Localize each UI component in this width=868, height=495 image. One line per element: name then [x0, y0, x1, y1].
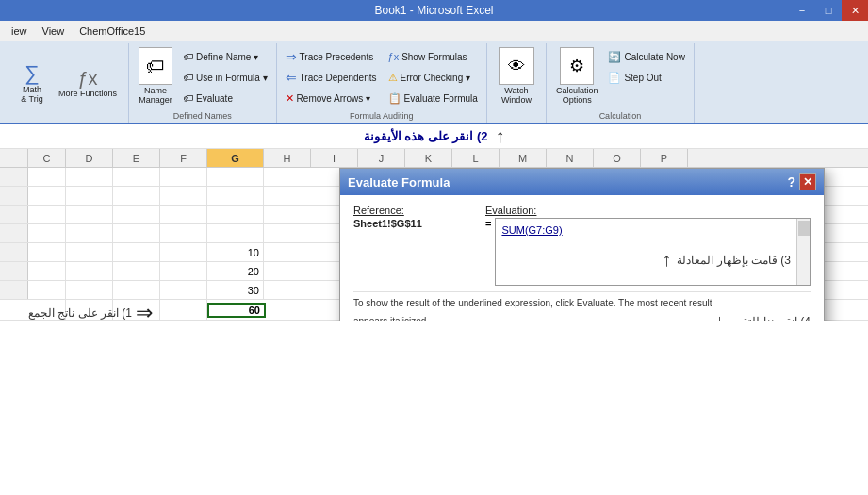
evaluation-label: Evaluation: — [485, 205, 811, 216]
dialog-help-btn[interactable]: ? — [787, 174, 795, 190]
scrollbar-thumb — [798, 221, 810, 236]
dialog-titlebar: Evaluate Formula ? ✕ — [340, 169, 824, 195]
define-name-icon: 🏷 — [183, 51, 193, 62]
dialog-info-section: To show the result of the underlined exp… — [353, 291, 811, 321]
cell-annotation-1: ⇒ 1) انقر على ناتج الجمع — [28, 301, 153, 321]
eval-annotation-3-text: 3) قامت بإظهار المعادلة — [677, 254, 791, 267]
error-checking-label: Error Checking ▾ — [401, 73, 470, 83]
defined-names-label: Defined Names — [173, 109, 232, 121]
cell-G9[interactable]: 30 — [207, 281, 264, 299]
dialog-close-btn[interactable]: ✕ — [799, 173, 816, 190]
info-annotation-row: appears italicized. 4) انقر هنا للتقييم … — [353, 310, 811, 321]
trace-dependents-icon: ⇐ — [286, 70, 297, 85]
col-header-J: J — [358, 149, 405, 167]
dialog-ref-eval-row: Reference: Sheet1!$G$11 Evaluation: = SU… — [353, 205, 811, 286]
col-header-I: I — [311, 149, 358, 167]
close-button[interactable]: ✕ — [842, 0, 868, 21]
calculate-now-label: Calculate Now — [624, 52, 684, 62]
annotation-4-arrow-icon: ↓ — [714, 310, 724, 321]
define-name-label: Define Name ▾ — [196, 52, 258, 62]
col-header-L: L — [452, 149, 500, 167]
remove-arrows-label: Remove Arrows ▾ — [297, 93, 370, 104]
watch-window-label: WatchWindow — [501, 87, 532, 106]
create-from-selection-icon: 🏷 — [183, 92, 193, 104]
maximize-button[interactable]: □ — [815, 0, 842, 21]
more-functions-button[interactable]: ƒx More Functions — [55, 66, 121, 101]
col-header-E: E — [113, 149, 160, 167]
ribbon-group-calculation: ⚙ CalculationOptions 🔄 Calculate Now 📄 S… — [547, 43, 695, 123]
dialog-reference-col: Reference: Sheet1!$G$11 — [353, 205, 467, 229]
remove-arrows-icon: ✕ — [286, 92, 294, 105]
trace-dependents-button[interactable]: ⇐ Trace Dependents — [283, 68, 380, 87]
math-trig-icon: ∑ — [25, 61, 40, 86]
calculate-sheet-button[interactable]: 📄 Step Out — [605, 68, 687, 87]
eval-box-content: SUM(G7:G9) 3) قامت بإظهار المعادلة ↑ — [496, 219, 796, 285]
spreadsheet-area: C D E F G H I J K L M N O P — [0, 149, 868, 321]
cell-G7[interactable]: 10 — [207, 243, 264, 261]
cell-G8[interactable]: 20 — [207, 262, 264, 280]
trace-precedents-button[interactable]: ⇒ Trace Precedents — [283, 47, 380, 66]
define-name-button[interactable]: 🏷 Define Name ▾ — [180, 47, 270, 66]
menu-item-iew[interactable]: iew — [4, 24, 35, 39]
trace-dependents-label: Trace Dependents — [300, 73, 377, 83]
grid-container: 10 20 30 60 ⇒ 1) — [0, 168, 868, 321]
create-from-selection-button[interactable]: 🏷 Evaluate — [180, 89, 270, 107]
col-header-P: P — [641, 149, 688, 167]
eval-box: SUM(G7:G9) 3) قامت بإظهار المعادلة ↑ — [495, 218, 811, 286]
col-header-D: D — [66, 149, 113, 167]
menu-item-view[interactable]: View — [35, 24, 73, 39]
calculation-options-button[interactable]: ⚙ CalculationOptions — [552, 45, 602, 109]
evaluate-formula-dialog: Evaluate Formula ? ✕ Reference: Sheet1!$… — [339, 168, 825, 321]
cell-G11-selected[interactable]: 60 — [207, 303, 266, 318]
col-header-F: F — [160, 149, 207, 167]
dialog-title: Evaluate Formula — [348, 175, 450, 190]
ribbon: ∑ Math& Trig ƒx More Functions 🏷 NameMan… — [0, 41, 868, 124]
show-formulas-icon: ƒx — [388, 51, 400, 62]
watch-window-button[interactable]: 👁 WatchWindow — [495, 45, 538, 107]
name-manager-button[interactable]: 🏷 NameManager — [135, 45, 176, 109]
evaluate-formula-button[interactable]: 📋 Evaluate Formula — [385, 89, 481, 107]
calculation-options-label: CalculationOptions — [556, 87, 598, 106]
col-header-M: M — [500, 149, 547, 167]
calculate-now-button[interactable]: 🔄 Calculate Now — [605, 47, 687, 66]
annotation-1-arrow: ⇒ — [136, 301, 153, 321]
window-controls: − □ ✕ — [789, 0, 868, 21]
col-header-O: O — [594, 149, 641, 167]
eval-annotation-3: 3) قامت بإظهار المعادلة ↑ — [501, 249, 791, 271]
col-header-K: K — [405, 149, 452, 167]
remove-arrows-button[interactable]: ✕ Remove Arrows ▾ — [283, 89, 380, 107]
trace-precedents-label: Trace Precedents — [300, 52, 374, 62]
more-functions-label: More Functions — [58, 90, 117, 99]
app-title: Book1 - Microsoft Excel — [374, 4, 493, 17]
dialog-evaluation-col: Evaluation: = SUM(G7:G9) 3) قامت بإظهار … — [485, 205, 811, 286]
eval-box-scrollbar[interactable] — [796, 219, 810, 285]
show-formulas-button[interactable]: ƒx Show Formulas — [385, 47, 481, 66]
annotation-row: ↑ 2) انقر على هذه الأيقونة — [0, 124, 868, 149]
col-header-H: H — [264, 149, 311, 167]
math-trig-button[interactable]: ∑ Math& Trig — [11, 59, 53, 107]
more-functions-icon: ƒx — [77, 68, 97, 90]
menu-item-chemoffice[interactable]: ChemOffice15 — [72, 24, 153, 39]
annotation-4-text: 4) انقر هنا للتقييم — [728, 315, 811, 322]
col-header-N: N — [547, 149, 594, 167]
ribbon-group-watch-window: 👁 WatchWindow — [487, 43, 547, 123]
ribbon-group-defined-names: 🏷 NameManager 🏷 Define Name ▾ 🏷 Use in F… — [129, 43, 277, 123]
minimize-button[interactable]: − — [789, 0, 815, 21]
evaluate-formula-icon: 📋 — [388, 92, 401, 105]
reference-label: Reference: — [353, 205, 467, 216]
eval-arrow-up-icon: ↑ — [662, 249, 671, 271]
use-in-formula-button[interactable]: 🏷 Use in Formula ▾ — [180, 68, 270, 87]
title-bar: Book1 - Microsoft Excel − □ ✕ — [0, 0, 868, 21]
reference-value: Sheet1!$G$11 — [353, 218, 467, 229]
ribbon-group-formula-auditing: ⇒ Trace Precedents ⇐ Trace Dependents ✕ … — [277, 43, 487, 123]
calculate-sheet-icon: 📄 — [608, 72, 621, 84]
col-header-G: G — [207, 149, 264, 167]
error-checking-button[interactable]: ⚠ Error Checking ▾ — [385, 68, 481, 87]
math-trig-label: Math& Trig — [21, 86, 43, 105]
formula-auditing-label: Formula Auditing — [350, 109, 414, 121]
use-in-formula-label: Use in Formula ▾ — [196, 73, 268, 83]
info-text-1: To show the result of the underlined exp… — [353, 298, 811, 308]
show-formulas-label: Show Formulas — [401, 52, 467, 62]
trace-precedents-icon: ⇒ — [286, 49, 297, 64]
info-text-2: appears italicized. — [353, 316, 429, 321]
